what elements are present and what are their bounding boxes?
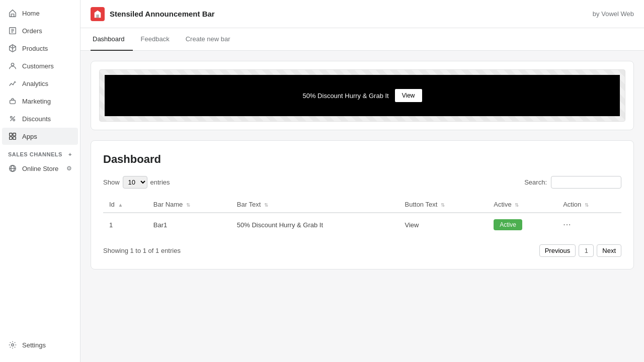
add-sales-channel-button[interactable]: +: [68, 151, 72, 157]
orders-icon: [8, 26, 17, 35]
sales-channels-title: SALES CHANNELS: [8, 151, 62, 157]
pagination: Showing 1 to 1 of 1 entries Previous 1 N…: [103, 244, 621, 257]
page-number: 1: [579, 244, 594, 257]
sidebar-item-orders-label: Orders: [22, 27, 42, 35]
tab-nav: Dashboard Feedback Create new bar: [80, 28, 644, 51]
bar-name-sort-icon: ⇅: [186, 202, 190, 208]
cell-button-text: View: [399, 213, 488, 236]
svg-rect-10: [96, 14, 99, 17]
preview-banner-wrapper: 50% Discount Hurry & Grab It View: [99, 69, 625, 122]
online-store-icon: [8, 164, 17, 173]
next-button[interactable]: Next: [597, 244, 621, 257]
preview-banner: 50% Discount Hurry & Grab It View: [105, 75, 620, 116]
col-header-id[interactable]: Id ▲: [103, 197, 147, 213]
sidebar-item-analytics-label: Analytics: [22, 80, 48, 87]
active-sort-icon: ⇅: [515, 202, 519, 208]
sidebar-item-apps-label: Apps: [22, 133, 37, 140]
col-header-action[interactable]: Action ⇅: [557, 197, 621, 213]
topbar-by: by Vowel Web: [593, 10, 634, 18]
svg-point-9: [12, 344, 14, 346]
svg-rect-7: [13, 137, 16, 139]
preview-card: 50% Discount Hurry & Grab It View: [91, 61, 634, 130]
sidebar-nav: Home Orders Products Customers: [0, 0, 80, 332]
sidebar-item-customers-label: Customers: [22, 62, 54, 70]
previous-button[interactable]: Previous: [539, 244, 576, 257]
app-logo: [91, 7, 105, 21]
settings-label: Settings: [22, 341, 46, 349]
app-title: Stensiled Announcement Bar: [110, 10, 215, 18]
col-header-bar-text[interactable]: Bar Text ⇅: [231, 197, 399, 213]
table-header-row: Id ▲ Bar Name ⇅ Bar Text ⇅ Button Text ⇅…: [103, 197, 621, 213]
topbar: Stensiled Announcement Bar by Vowel Web: [80, 0, 644, 28]
sidebar-item-home-label: Home: [22, 10, 40, 17]
topbar-left: Stensiled Announcement Bar: [91, 7, 215, 21]
preview-banner-text: 50% Discount Hurry & Grab It: [302, 92, 388, 100]
col-header-active[interactable]: Active ⇅: [488, 197, 557, 213]
home-icon: [8, 9, 17, 18]
content-area: 50% Discount Hurry & Grab It View Dashbo…: [80, 51, 644, 362]
sidebar-bottom: Settings: [0, 332, 80, 362]
tab-create-new-bar[interactable]: Create new bar: [178, 28, 238, 51]
search-input[interactable]: [551, 176, 621, 189]
sidebar-item-products-label: Products: [22, 45, 48, 52]
online-store-label: Online Store: [22, 165, 58, 172]
sidebar-item-analytics[interactable]: Analytics: [2, 75, 78, 92]
sidebar-item-discounts-label: Discounts: [22, 115, 51, 123]
sidebar-item-discounts[interactable]: Discounts: [2, 110, 78, 127]
entries-per-page-select[interactable]: 10 25 50: [123, 176, 147, 189]
customers-icon: [8, 61, 17, 70]
svg-point-3: [13, 119, 15, 121]
sidebar: Home Orders Products Customers: [0, 0, 80, 362]
online-store-settings-icon[interactable]: ⚙: [66, 165, 72, 172]
table-controls: Show 10 25 50 entries Search:: [103, 176, 621, 189]
col-header-button-text[interactable]: Button Text ⇅: [399, 197, 488, 213]
pagination-controls: Previous 1 Next: [539, 244, 621, 257]
main-area: Stensiled Announcement Bar by Vowel Web …: [80, 0, 644, 362]
apps-icon: [8, 132, 17, 141]
showing-text: Showing 1 to 1 of 1 entries: [103, 247, 181, 254]
entries-label: entries: [150, 178, 170, 186]
products-icon: [8, 44, 17, 53]
sidebar-item-marketing-label: Marketing: [22, 98, 51, 105]
sidebar-item-orders[interactable]: Orders: [2, 22, 78, 39]
sidebar-item-marketing[interactable]: Marketing: [2, 93, 78, 110]
marketing-icon: [8, 97, 17, 106]
data-table: Id ▲ Bar Name ⇅ Bar Text ⇅ Button Text ⇅…: [103, 197, 621, 236]
cell-action: ···: [557, 213, 621, 236]
bar-text-sort-icon: ⇅: [264, 202, 268, 208]
preview-banner-button[interactable]: View: [395, 89, 422, 102]
analytics-icon: [8, 79, 17, 88]
show-entries-control: Show 10 25 50 entries: [103, 176, 170, 189]
sidebar-item-products[interactable]: Products: [2, 40, 78, 57]
sidebar-item-online-store[interactable]: Online Store ⚙: [2, 160, 78, 177]
tab-dashboard[interactable]: Dashboard: [91, 28, 133, 51]
cell-bar-text: 50% Discount Hurry & Grab It: [231, 213, 399, 236]
search-label: Search:: [524, 178, 547, 186]
table-row: 1 Bar1 50% Discount Hurry & Grab It View…: [103, 213, 621, 236]
id-sort-icon: ▲: [118, 202, 123, 208]
sidebar-item-apps[interactable]: Apps: [2, 128, 78, 145]
sales-channels-section: SALES CHANNELS +: [0, 145, 80, 159]
search-box: Search:: [524, 176, 621, 189]
svg-rect-6: [10, 137, 12, 139]
cell-bar-name: Bar1: [147, 213, 231, 236]
svg-rect-5: [13, 133, 16, 136]
show-label: Show: [103, 178, 120, 186]
sidebar-item-home[interactable]: Home: [2, 5, 78, 22]
svg-rect-4: [10, 133, 12, 136]
cell-id: 1: [103, 213, 147, 236]
settings-icon: [8, 340, 17, 349]
cell-active: Active: [488, 213, 557, 236]
active-badge: Active: [494, 219, 522, 230]
sidebar-item-customers[interactable]: Customers: [2, 57, 78, 74]
dashboard-card: Dashboard Show 10 25 50 entries Search:: [91, 140, 634, 269]
svg-point-1: [11, 63, 14, 66]
action-sort-icon: ⇅: [585, 202, 589, 208]
svg-point-2: [11, 117, 13, 119]
action-menu-button[interactable]: ···: [563, 220, 571, 229]
dashboard-title: Dashboard: [103, 153, 621, 166]
sidebar-item-settings[interactable]: Settings: [2, 336, 78, 353]
tab-feedback[interactable]: Feedback: [133, 28, 178, 51]
col-header-bar-name[interactable]: Bar Name ⇅: [147, 197, 231, 213]
button-text-sort-icon: ⇅: [441, 202, 445, 208]
